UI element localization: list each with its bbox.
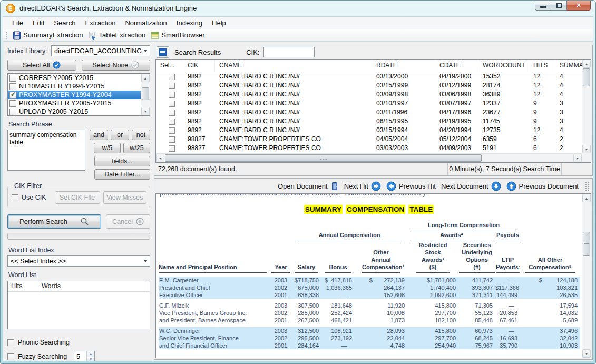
scroll-up-icon[interactable]: ▲ — [141, 74, 150, 82]
menu-item-file[interactable]: File — [7, 17, 28, 28]
w25-button[interactable]: w/25 — [123, 143, 150, 153]
search-phrase-input[interactable]: summary compensation table — [7, 130, 85, 171]
row-select-checkbox[interactable] — [169, 127, 175, 134]
column-header-cname[interactable]: CNAME — [215, 60, 372, 72]
select-all-button[interactable]: Select All — [7, 60, 76, 71]
cik-input[interactable] — [263, 47, 315, 57]
spinner-down-icon[interactable]: ▼ — [87, 357, 94, 361]
smart-browser-button[interactable]: SmartBrowser — [148, 30, 207, 41]
row-select-checkbox[interactable] — [169, 74, 175, 80]
index-library-dropdown[interactable]: directEDGAR_ACCOUNTING — [51, 45, 150, 56]
spinner-up-icon[interactable]: ▲ — [87, 351, 94, 357]
collapse-panel-button[interactable] — [157, 46, 169, 58]
scroll-down-icon[interactable]: ▼ — [141, 107, 150, 115]
compensation-value-cell: 5,689 — [520, 317, 580, 324]
cancel-button[interactable]: Cancel — [106, 214, 150, 229]
menu-item-help[interactable]: Help — [207, 17, 231, 28]
previous-hit-button[interactable]: Previous Hit — [386, 181, 436, 191]
result-row[interactable]: 9892CNAME:BARD C R INC /NJ/06/15/199504/… — [156, 117, 582, 126]
library-item[interactable]: UPLOAD Y2005-Y2015 — [8, 107, 141, 116]
library-checkbox[interactable] — [9, 83, 16, 90]
results-vscroll-thumb[interactable] — [583, 68, 590, 86]
library-scroll-thumb[interactable] — [142, 87, 149, 100]
perform-search-button[interactable]: Perform Search — [7, 214, 101, 229]
menu-item-search[interactable]: Search — [49, 17, 80, 28]
menu-item-edit[interactable]: Edit — [28, 17, 49, 28]
library-item[interactable]: CORRESP Y2005-Y2015 — [8, 74, 141, 82]
and-button[interactable]: and — [90, 130, 108, 140]
or-button[interactable]: or — [111, 130, 129, 140]
scroll-left-icon[interactable]: ◄ — [156, 154, 164, 162]
result-row[interactable]: 9892CNAME:BARD C R INC /NJ/03/15/199404/… — [156, 126, 582, 135]
word-list-hits-column[interactable]: Hits — [8, 281, 38, 291]
library-item[interactable]: PROXYMASTER Y2005-Y2015 — [8, 99, 141, 107]
row-select-checkbox[interactable] — [169, 110, 175, 116]
scroll-down-icon[interactable]: ▼ — [582, 349, 591, 358]
library-checkbox[interactable] — [9, 92, 16, 99]
row-select-checkbox[interactable] — [169, 145, 175, 152]
result-cell: 9892 — [183, 72, 215, 81]
menu-item-indexing[interactable]: Indexing — [172, 17, 207, 28]
result-row[interactable]: 9892CNAME:BARD C R INC /NJ/03/09/199803/… — [156, 90, 582, 99]
w5-button[interactable]: w/5 — [94, 143, 121, 153]
row-select-checkbox[interactable] — [169, 101, 175, 107]
library-list-scrollbar[interactable]: ▲ ▼ — [141, 74, 150, 115]
results-hscrollbar[interactable]: ◄ ► — [156, 153, 582, 162]
row-select-checkbox[interactable] — [169, 92, 175, 98]
not-button[interactable]: not — [132, 130, 150, 140]
compensation-value-cell: 37,496 — [520, 327, 580, 335]
summary-extraction-button[interactable]: SummaryExtraction — [10, 30, 85, 41]
row-select-checkbox[interactable] — [169, 83, 175, 89]
word-list-index-dropdown[interactable]: << Select Index >> — [7, 255, 150, 267]
next-hit-button[interactable]: Next Hit — [344, 181, 381, 191]
column-header-cdate[interactable]: CDATE — [435, 60, 478, 72]
maximize-button[interactable] — [551, 1, 567, 11]
scroll-up-icon[interactable]: ▲ — [582, 60, 591, 68]
column-header-sel[interactable]: Sel... — [156, 60, 183, 72]
result-row[interactable]: 9892CNAME:BARD C R INC /NJ/03/10/199703/… — [156, 99, 582, 108]
document-vscrollbar[interactable]: ▲ ▼ — [582, 194, 591, 358]
date-filter-button[interactable]: Date Filter... — [94, 169, 150, 180]
word-list-words-column[interactable]: Words — [38, 281, 144, 291]
close-button[interactable]: ✕ — [567, 1, 591, 11]
select-none-button[interactable]: Select None — [82, 60, 151, 71]
result-row[interactable]: 9892CNAME:BARD C R INC /NJ/03/15/199903/… — [156, 81, 582, 90]
library-item[interactable]: PROXYMASTER Y1994-Y2004 — [8, 91, 141, 99]
column-header-hits[interactable]: HITS — [529, 60, 555, 72]
set-cik-file-button[interactable]: Set CIK FIle — [55, 191, 100, 204]
executive-name-cell: Executive Officer — [159, 291, 270, 299]
previous-document-button[interactable]: Previous Document — [506, 181, 579, 191]
column-header-rdate[interactable]: RDATE — [372, 60, 435, 72]
open-document-button[interactable]: Open Document — [278, 182, 339, 191]
table-extraction-button[interactable]: TableExtraction — [85, 30, 148, 41]
result-row[interactable]: 9892CNAME:BARD C R INC /NJ/03/13/200004/… — [156, 72, 582, 81]
library-checkbox[interactable] — [9, 75, 16, 82]
result-row[interactable]: 98827CNAME:TOWER PROPERTIES CO03/03/2003… — [156, 144, 582, 153]
row-select-checkbox[interactable] — [169, 119, 175, 125]
row-select-checkbox[interactable] — [169, 136, 175, 143]
document-vscroll-thumb[interactable] — [583, 232, 590, 256]
fuzzy-searching-checkbox[interactable] — [7, 353, 14, 360]
result-row[interactable]: 98827CNAME:TOWER PROPERTIES CO04/05/2004… — [156, 135, 582, 144]
column-header-wordcount[interactable]: WORDCOUNT — [478, 60, 529, 72]
fields-button[interactable]: fields... — [94, 156, 150, 166]
scroll-right-icon[interactable]: ► — [573, 154, 582, 162]
fuzzy-level-stepper[interactable]: 5 ▲ ▼ — [74, 351, 95, 361]
column-header-cik[interactable]: CIK — [183, 60, 215, 72]
results-hscroll-thumb[interactable] — [165, 154, 482, 162]
menu-item-extraction[interactable]: Extraction — [81, 17, 121, 28]
result-row[interactable]: 9892CNAME:BARD C R INC /NJ/03/11/199604/… — [156, 108, 582, 117]
menu-item-normalization[interactable]: Normalization — [120, 17, 171, 28]
library-checkbox[interactable] — [9, 100, 16, 107]
library-item[interactable]: NT10MASTER Y1994-Y2015 — [8, 82, 141, 91]
scroll-up-icon[interactable]: ▲ — [582, 194, 591, 202]
library-checkbox[interactable] — [9, 109, 16, 115]
column-header-summary[interactable]: SUMMARY — [555, 60, 582, 72]
phonic-searching-checkbox[interactable] — [7, 339, 14, 346]
results-vscrollbar[interactable]: ▲ ▼ — [582, 60, 591, 153]
next-document-button[interactable]: Next Document — [441, 181, 501, 191]
use-cik-checkbox[interactable] — [12, 194, 18, 201]
scroll-down-icon[interactable]: ▼ — [582, 145, 591, 153]
minimize-button[interactable] — [535, 1, 551, 11]
view-misses-button[interactable]: View Misses — [103, 191, 146, 204]
